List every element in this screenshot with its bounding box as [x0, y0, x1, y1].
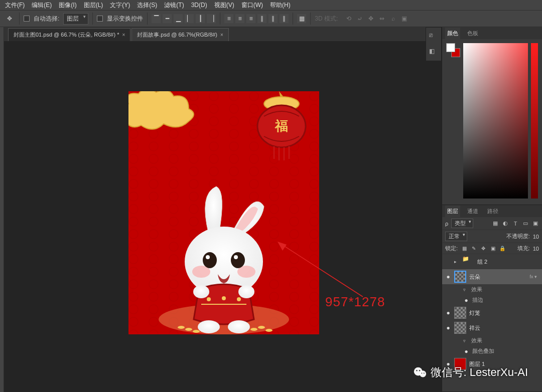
tool-strip — [0, 27, 4, 392]
slide3d-icon[interactable]: ⇔ — [378, 15, 386, 23]
orbit3d-icon[interactable]: ⟲ — [345, 15, 353, 23]
show-transform-checkbox[interactable] — [97, 16, 103, 22]
dist-right-icon[interactable]: ∥ — [280, 14, 289, 23]
align-bottom-icon[interactable]: ▁ — [174, 14, 183, 23]
menu-3d[interactable]: 3D(D) — [188, 1, 210, 10]
dist-bottom-icon[interactable]: ≡ — [246, 14, 255, 23]
color-spectrum[interactable] — [463, 43, 528, 199]
fgbg-swatch[interactable] — [446, 43, 460, 57]
layer-effects-2[interactable]: ▿ 效果 — [442, 335, 542, 346]
dist-hcenter-icon[interactable]: ∥ — [268, 14, 278, 23]
visibility-toggle[interactable]: ● — [463, 297, 469, 304]
layer-lantern[interactable]: ● 灯笼 — [442, 305, 542, 320]
visibility-toggle[interactable]: ● — [445, 273, 451, 280]
align-vcenter-icon[interactable]: ━ — [163, 14, 172, 23]
autoselect-dropdown[interactable]: 图层 — [63, 13, 88, 25]
opacity-value[interactable]: 10 — [533, 234, 539, 240]
svg-point-20 — [250, 328, 257, 331]
autoalign-icon[interactable]: ▦ — [297, 14, 306, 23]
filter-adjust-icon[interactable]: ◐ — [502, 220, 509, 227]
layer-effects[interactable]: ▿ 效果 — [442, 284, 542, 295]
layer-name: 效果 — [471, 286, 482, 293]
disclosure-icon[interactable]: ▸ — [454, 259, 459, 264]
disclosure-icon[interactable]: ▿ — [463, 338, 468, 343]
hue-slider[interactable] — [531, 43, 538, 199]
tab-doc-2-close-icon[interactable]: × — [220, 32, 223, 38]
align-right-icon[interactable]: ▕ — [207, 14, 216, 23]
align-top-icon[interactable]: ▔ — [152, 14, 161, 23]
align-hcenter-icon[interactable]: ┃ — [196, 14, 205, 23]
menu-edit[interactable]: 编辑(E) — [29, 0, 55, 11]
menu-filter[interactable]: 滤镜(T) — [161, 0, 187, 11]
tab-doc-2[interactable]: 封面故事.psd @ 66.7%(RGB/8#) × — [131, 28, 229, 41]
filter-type-icon[interactable]: T — [512, 220, 519, 227]
tab-doc-1-close-icon[interactable]: × — [122, 32, 125, 38]
visibility-toggle[interactable]: ● — [463, 348, 469, 355]
menu-bar: 文件(F) 编辑(E) 图像(I) 图层(L) 文字(Y) 选择(S) 滤镜(T… — [0, 0, 542, 10]
svg-point-30 — [421, 372, 422, 373]
menu-view[interactable]: 视图(V) — [211, 0, 237, 11]
dist-vcenter-icon[interactable]: ≡ — [235, 14, 244, 23]
roll3d-icon[interactable]: ⤾ — [356, 15, 364, 23]
menu-type[interactable]: 文字(Y) — [107, 0, 133, 11]
dist-top-icon[interactable]: ≡ — [224, 14, 233, 23]
blend-mode-dropdown[interactable]: 正常 — [445, 232, 467, 241]
menu-file[interactable]: 文件(F) — [2, 0, 28, 11]
layer-effect-stroke[interactable]: ● 描边 — [442, 295, 542, 305]
tab-layers[interactable]: 图层 — [445, 206, 460, 217]
right-dock: 颜色 色板 图层 通道 路径 — [442, 27, 542, 392]
canvas[interactable]: 福 — [4, 41, 442, 392]
svg-point-10 — [234, 255, 238, 259]
lock-brush-icon[interactable]: ✎ — [470, 245, 477, 252]
disclosure-icon[interactable]: ▿ — [463, 287, 468, 292]
camera3d-icon[interactable]: ▣ — [400, 15, 408, 23]
tab-channels[interactable]: 通道 — [465, 206, 480, 217]
menu-help[interactable]: 帮助(H) — [267, 0, 294, 11]
layer-effect-color-overlay[interactable]: ● 颜色叠加 — [442, 346, 542, 356]
svg-point-31 — [424, 372, 425, 373]
dock-icon-1[interactable]: ⎚ — [429, 32, 438, 41]
pan3d-icon[interactable]: ✥ — [367, 15, 375, 23]
layer-auspicious-cloud[interactable]: ● 祥云 — [442, 320, 542, 335]
svg-point-12 — [222, 296, 226, 300]
opacity-label: 不透明度: — [506, 233, 530, 240]
watermark-text: 微信号: LesterXu-AI — [431, 365, 528, 380]
move-tool-icon[interactable]: ✥ — [4, 13, 15, 24]
tab-doc-1[interactable]: 封面主图01.psd @ 66.7% (云朵, RGB/8#) * × — [8, 28, 130, 41]
lock-pixels-icon[interactable]: ▦ — [461, 245, 468, 252]
dock-icon-2[interactable]: ◧ — [429, 48, 438, 57]
color-panel: 颜色 色板 — [442, 27, 542, 205]
filter-pixel-icon[interactable]: ▦ — [492, 220, 499, 227]
fill-value[interactable]: 10 — [533, 246, 539, 252]
lock-position-icon[interactable]: ✥ — [480, 245, 487, 252]
visibility-toggle[interactable]: ● — [445, 324, 451, 331]
foreground-color[interactable] — [446, 43, 455, 52]
align-group-1: ▔ ━ ▁ ▏ ┃ ▕ — [152, 14, 216, 23]
lock-artboard-icon[interactable]: ▣ — [489, 245, 496, 252]
menu-image[interactable]: 图像(I) — [56, 0, 79, 11]
tab-color[interactable]: 颜色 — [445, 28, 460, 39]
dist-left-icon[interactable]: ∥ — [257, 14, 266, 23]
svg-text:福: 福 — [274, 118, 288, 133]
menu-layer[interactable]: 图层(L) — [81, 0, 106, 11]
filter-shape-icon[interactable]: ▭ — [522, 220, 529, 227]
menu-window[interactable]: 窗口(W) — [238, 0, 266, 11]
menu-select[interactable]: 选择(S) — [134, 0, 160, 11]
filter-type-dropdown[interactable]: 类型 — [451, 219, 473, 228]
layer-cloud[interactable]: ● 云朵 fx ▾ — [442, 269, 542, 284]
filter-smart-icon[interactable]: ▣ — [532, 220, 539, 227]
tab-swatches[interactable]: 色板 — [465, 28, 480, 39]
autoselect-checkbox[interactable] — [24, 16, 30, 22]
layer-group[interactable]: ▸ 📁 组 2 — [442, 254, 542, 269]
tab-doc-2-label: 封面故事.psd @ 66.7%(RGB/8#) — [137, 31, 217, 39]
fill-label: 填充: — [517, 245, 530, 252]
lock-all-icon[interactable]: 🔒 — [499, 245, 506, 252]
filter-search-icon[interactable]: ρ — [445, 221, 448, 227]
visibility-toggle[interactable]: ● — [445, 309, 451, 316]
layer-name: 效果 — [471, 337, 482, 344]
zoom3d-icon[interactable]: ⌕ — [389, 15, 397, 23]
align-left-icon[interactable]: ▏ — [185, 14, 194, 23]
tab-paths[interactable]: 路径 — [485, 206, 500, 217]
fx-badge[interactable]: fx ▾ — [529, 274, 539, 279]
layers-panel: 图层 通道 路径 ρ 类型 ▦ ◐ T ▭ ▣ 正常 — [442, 205, 542, 392]
